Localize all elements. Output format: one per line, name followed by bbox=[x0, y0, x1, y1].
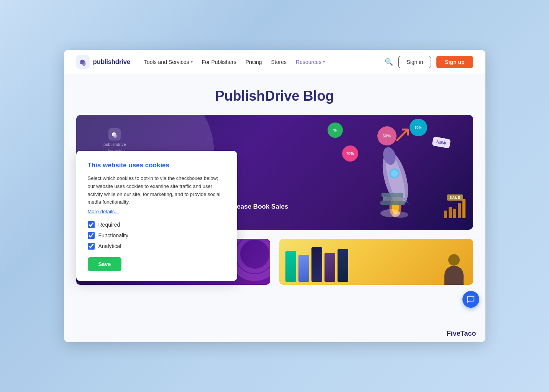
logo-link[interactable]: publishdrive bbox=[76, 55, 130, 69]
blob-percent: % bbox=[328, 122, 343, 138]
nav-links: Tools and Services ▾ For Publishers Pric… bbox=[144, 59, 374, 65]
nav-resources[interactable]: Resources ▾ bbox=[296, 59, 325, 65]
hero-logo-text: publishdrive bbox=[103, 142, 126, 147]
cookie-required-checkbox[interactable] bbox=[88, 221, 95, 228]
cookie-title: This website uses cookies bbox=[88, 162, 226, 169]
svg-point-3 bbox=[112, 133, 114, 134]
cookie-analytical-checkbox[interactable] bbox=[88, 243, 95, 250]
cookie-analytical-option[interactable]: Analytical bbox=[88, 243, 226, 250]
search-icon[interactable]: 🔍 bbox=[385, 58, 393, 66]
svg-point-8 bbox=[391, 170, 398, 177]
cookie-functionality-label: Functionality bbox=[98, 232, 129, 238]
chat-bubble[interactable] bbox=[462, 291, 479, 308]
nav-publishers[interactable]: For Publishers bbox=[202, 59, 236, 65]
blog-title: PublishDrive Blog bbox=[64, 74, 485, 115]
cookie-analytical-label: Analytical bbox=[98, 243, 121, 249]
person-silhouette bbox=[442, 254, 465, 285]
main-content: PublishDrive Blog publishdrive Online We… bbox=[64, 74, 485, 342]
cookie-functionality-checkbox[interactable] bbox=[88, 232, 95, 239]
navbar: publishdrive Tools and Services ▾ For Pu… bbox=[64, 50, 485, 74]
cookie-required-label: Required bbox=[98, 222, 120, 228]
hero-logo-icon bbox=[108, 128, 121, 140]
cookie-more-link[interactable]: More details... bbox=[88, 209, 226, 214]
logo-text: publishdrive bbox=[93, 58, 130, 66]
hero-logo-area: publishdrive Online Webinar bbox=[103, 128, 127, 153]
cookie-options: Required Functionality Analytical bbox=[88, 221, 226, 250]
fivetaco-text: FiveTaco bbox=[447, 330, 476, 337]
card-books bbox=[279, 239, 473, 285]
nav-actions: 🔍 Sign in Sign up bbox=[385, 56, 473, 68]
chat-icon bbox=[467, 295, 475, 304]
cookie-required-option[interactable]: Required bbox=[88, 221, 226, 228]
book-covers bbox=[279, 239, 473, 285]
nav-pricing[interactable]: Pricing bbox=[246, 59, 262, 65]
chevron-down-icon: ▾ bbox=[191, 60, 193, 64]
logo-icon bbox=[76, 55, 90, 69]
signin-button[interactable]: Sign in bbox=[398, 56, 431, 68]
cookie-popup: This website uses cookies Select which c… bbox=[76, 151, 237, 281]
signup-button[interactable]: Sign up bbox=[436, 56, 473, 68]
cookie-save-button[interactable]: Save bbox=[88, 257, 122, 271]
cookie-description: Select which cookies to opt-in to via th… bbox=[88, 175, 226, 206]
svg-point-1 bbox=[80, 60, 82, 62]
nav-stores[interactable]: Stores bbox=[271, 59, 287, 65]
nav-tools[interactable]: Tools and Services ▾ bbox=[144, 59, 193, 65]
chevron-down-icon2: ▾ bbox=[323, 60, 325, 64]
cookie-functionality-option[interactable]: Functionality bbox=[88, 232, 226, 239]
fivetaco-watermark: FiveTaco bbox=[447, 330, 476, 338]
